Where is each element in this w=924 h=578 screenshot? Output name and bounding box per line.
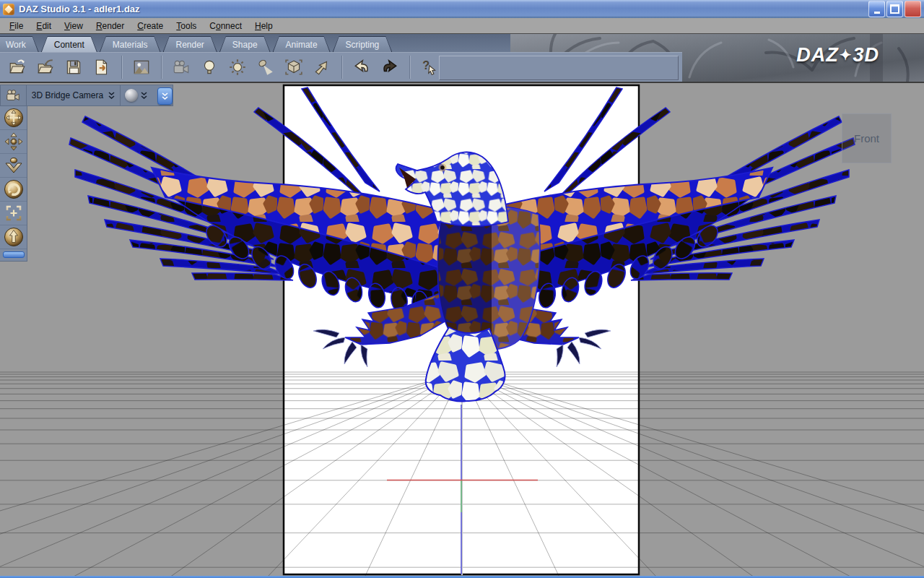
view-orientation-badge: Front (842, 113, 892, 163)
main-toolbar (0, 52, 682, 82)
tools-collapse-handle[interactable] (3, 251, 25, 258)
distant-light-icon[interactable] (196, 55, 222, 79)
activity-tab[interactable]: Render (163, 36, 217, 52)
star-icon: ✦ (840, 47, 853, 63)
camera-selector[interactable]: 3D Bridge Camera (27, 85, 121, 105)
save-icon[interactable] (61, 55, 87, 79)
toolbar-separator (121, 56, 122, 79)
activity-tab-bar: WorkContentMaterialsRenderShapeAnimateSc… (0, 34, 510, 52)
camera-menu-button[interactable] (1, 85, 27, 105)
dolly-camera-icon[interactable] (0, 154, 27, 178)
aim-camera-icon[interactable] (0, 225, 27, 249)
viewport-options-button[interactable] (157, 87, 173, 105)
menu-item[interactable]: Render (90, 19, 131, 33)
viewport-control-bar: 3D Bridge Camera (0, 85, 173, 106)
pan-camera-icon[interactable] (0, 130, 27, 154)
toolbar-empty-panel (439, 56, 679, 80)
camera-icon (5, 87, 21, 103)
activity-tab[interactable]: Scripting (333, 36, 393, 52)
daz3d-logo: DAZ✦3D (796, 44, 879, 66)
toolbar-separator (409, 56, 410, 79)
menu-item[interactable]: Tools (170, 19, 203, 33)
new-camera-icon (168, 55, 194, 79)
minimize-button[interactable] (868, 1, 885, 17)
title-bar: DAZ Studio 3.1 - adler1.daz (0, 0, 924, 18)
render-image-icon[interactable] (128, 55, 154, 79)
rotate-camera-icon[interactable] (0, 178, 27, 202)
chevron-down-icon (141, 92, 147, 99)
viewport[interactable]: 3D Bridge Camera Front (0, 83, 924, 576)
new-primitive-icon[interactable] (281, 55, 307, 79)
toolbar-separator (341, 56, 342, 79)
import-file-icon[interactable] (32, 55, 58, 79)
window-controls (868, 1, 921, 17)
open-file-icon[interactable] (4, 55, 30, 79)
frame-object-icon[interactable] (0, 202, 27, 225)
menu-item[interactable]: View (58, 19, 90, 33)
chevron-down-icon (108, 92, 115, 99)
export-icon[interactable] (89, 55, 115, 79)
menu-bar: FileEditViewRenderCreateToolsConnectHelp (0, 18, 924, 34)
undo-icon[interactable] (349, 55, 375, 79)
draw-style-selector[interactable] (121, 85, 152, 105)
pointer-tool-icon[interactable] (309, 55, 335, 79)
camera-tools (0, 106, 27, 262)
orbit-camera-icon[interactable] (0, 106, 27, 130)
menu-item[interactable]: Create (131, 19, 170, 33)
draw-style-sphere-icon (125, 89, 138, 102)
app-icon (3, 4, 14, 15)
spotlight-icon[interactable] (253, 55, 279, 79)
point-light-icon[interactable] (225, 55, 250, 79)
toolbar-separator (161, 56, 162, 79)
app-window: DAZ Studio 3.1 - adler1.daz FileEditView… (0, 0, 924, 578)
menu-item[interactable]: Help (248, 19, 279, 33)
window-title: DAZ Studio 3.1 - adler1.daz (19, 4, 864, 14)
maximize-button[interactable] (886, 1, 903, 17)
activity-tab[interactable]: Content (41, 36, 97, 52)
header-area: DAZ✦3D WorkContentMaterialsRenderShapeAn… (0, 34, 924, 82)
menu-item[interactable]: File (3, 19, 30, 33)
activity-tab[interactable]: Materials (100, 36, 161, 52)
viewport-canvas[interactable] (0, 83, 924, 576)
menu-item[interactable]: Edit (30, 19, 58, 33)
activity-tab[interactable]: Work (0, 36, 39, 52)
close-button[interactable] (905, 1, 921, 17)
activity-tab[interactable]: Animate (273, 36, 331, 52)
menu-item[interactable]: Connect (203, 19, 248, 33)
activity-tab[interactable]: Shape (219, 36, 271, 52)
chevron-down-icon (162, 92, 168, 100)
redo-icon[interactable] (377, 55, 403, 79)
